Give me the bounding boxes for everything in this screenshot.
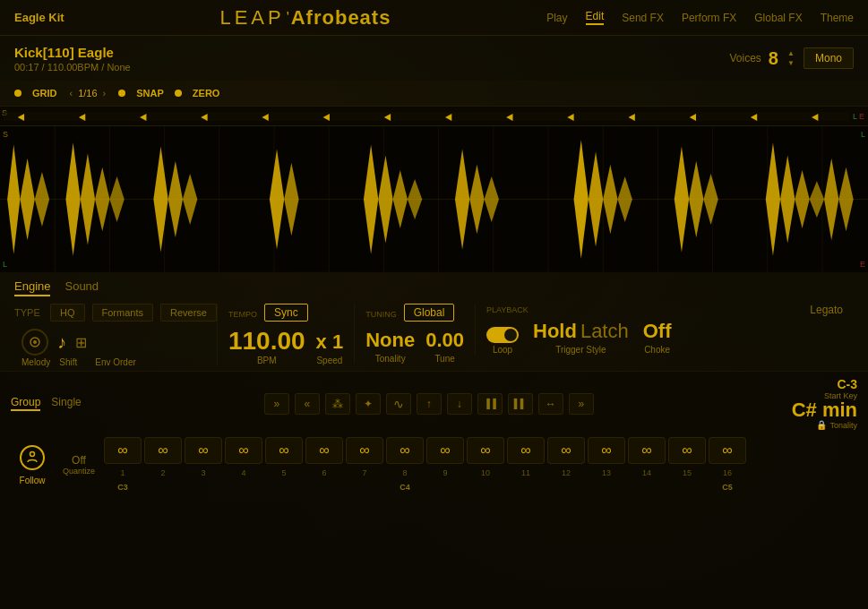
pad-9[interactable]: ∞ <box>426 437 464 464</box>
type-section: TYPE HQ Formants Reverse ♪ ⊞ Melody Shif… <box>14 304 217 367</box>
pad-11[interactable]: ∞ <box>507 437 545 464</box>
seq-btn-forward[interactable]: » <box>569 393 594 415</box>
waveform-main[interactable]: S L L E <box>0 126 868 272</box>
pad-8[interactable]: ∞ <box>386 437 424 464</box>
grid-value: 1/16 <box>78 88 97 99</box>
grid-next-btn[interactable]: › <box>101 88 108 99</box>
nav-theme[interactable]: Theme <box>821 12 854 24</box>
pad-num-7: 7 <box>346 466 383 478</box>
timeline-l-label: L <box>853 112 857 121</box>
seq-btn-split-left[interactable]: ▌▌ <box>508 393 533 415</box>
tab-single[interactable]: Single <box>51 396 81 411</box>
seq-btn-forward-double[interactable]: » <box>264 393 289 415</box>
voice-up-arrow[interactable]: ▲ <box>786 49 796 58</box>
instrument-key: None <box>107 62 130 73</box>
pad-num-13: 13 <box>588 466 625 478</box>
svg-marker-5 <box>323 114 330 121</box>
timeline-arrows-svg <box>4 113 849 121</box>
follow-quantize: Follow <box>11 445 54 485</box>
record-icon[interactable] <box>21 329 48 356</box>
playback-values: Loop Hold Latch Trigger Style Off Choke <box>486 320 843 355</box>
note-empty-14 <box>628 480 666 493</box>
formants-button[interactable]: Formants <box>92 304 153 322</box>
pad-6[interactable]: ∞ <box>305 437 343 464</box>
tempo-values: 110.00 BPM x 1 Speed <box>228 329 343 365</box>
seq-btn-back-double[interactable]: « <box>295 393 320 415</box>
tonality-key: C# min <box>792 400 857 420</box>
seq-btn-pattern[interactable]: ⁂ <box>325 393 350 415</box>
pad-10[interactable]: ∞ <box>467 437 504 464</box>
pad-15[interactable]: ∞ <box>668 437 706 464</box>
nav-perform-fx[interactable]: Perform FX <box>682 12 736 24</box>
nav-global-fx[interactable]: Global FX <box>754 12 802 24</box>
tempo-header: TEMPO Sync <box>228 304 343 325</box>
tab-group[interactable]: Group <box>11 396 40 411</box>
voice-down-arrow[interactable]: ▼ <box>786 59 796 68</box>
pad-2[interactable]: ∞ <box>144 437 182 464</box>
pad-3[interactable]: ∞ <box>185 437 222 464</box>
brand: LEAP ' Afrobeats <box>64 6 547 30</box>
pad-13[interactable]: ∞ <box>588 437 625 464</box>
nav-send-fx[interactable]: Send FX <box>622 12 664 24</box>
tonality-sublabel: Tonality <box>375 354 406 364</box>
music-icon[interactable]: ♪ <box>57 332 66 353</box>
seq-btn-curve[interactable]: ∿ <box>386 393 411 415</box>
bpm-sublabel: BPM <box>257 356 277 365</box>
nav-edit[interactable]: Edit <box>586 10 605 25</box>
zero-dot <box>175 90 182 97</box>
note-empty-4 <box>225 480 262 493</box>
note-empty-10 <box>467 480 504 493</box>
global-button[interactable]: Global <box>404 304 455 322</box>
choke-sublabel: Choke <box>644 345 670 355</box>
instrument-time: 00:17 <box>14 62 39 73</box>
pad-5[interactable]: ∞ <box>265 437 303 464</box>
timeline-track[interactable] <box>4 112 849 121</box>
hq-button[interactable]: HQ <box>50 304 85 322</box>
pad-1[interactable]: ∞ <box>104 437 142 464</box>
note-empty-6 <box>305 480 343 493</box>
reverse-button[interactable]: Reverse <box>160 304 217 322</box>
tempo-section: TEMPO Sync 110.00 BPM x 1 Speed <box>217 304 354 365</box>
loop-toggle[interactable] <box>486 327 519 343</box>
nav-items: Play Edit Send FX Perform FX Global FX T… <box>546 10 854 25</box>
pad-num-11: 11 <box>507 466 545 478</box>
follow-icon[interactable] <box>20 445 45 470</box>
grid-dot <box>14 90 21 97</box>
tab-sound[interactable]: Sound <box>64 279 99 296</box>
sync-button[interactable]: Sync <box>264 304 308 322</box>
quantize-label: Quantize <box>63 467 95 476</box>
nav-play[interactable]: Play <box>546 12 567 24</box>
grid-label: GRID <box>32 88 57 99</box>
env-order-label: Env Order <box>95 357 136 367</box>
voices-arrows[interactable]: ▲ ▼ <box>786 49 796 68</box>
speed-display: x 1 Speed <box>316 330 344 365</box>
legato-button[interactable]: Legato <box>810 304 843 316</box>
tonality-row: 🔒 Tonality <box>816 420 857 430</box>
grid-prev-btn[interactable]: ‹ <box>68 88 75 99</box>
seq-btn-scatter[interactable]: ✦ <box>356 393 381 415</box>
mono-button[interactable]: Mono <box>804 47 854 69</box>
start-key-value: C-3 <box>837 377 857 391</box>
pads-row: Follow Off Quantize ∞ ∞ ∞ ∞ ∞ ∞ ∞ ∞ ∞ <box>11 437 857 493</box>
pad-16[interactable]: ∞ <box>709 437 746 464</box>
timeline-mini[interactable]: S <box>0 107 868 126</box>
pad-14[interactable]: ∞ <box>628 437 666 464</box>
seq-btn-exchange[interactable]: ↔ <box>538 393 563 415</box>
note-c5: C5 <box>709 480 746 493</box>
pad-7[interactable]: ∞ <box>346 437 383 464</box>
pad-num-5: 5 <box>265 466 303 478</box>
seq-btn-down[interactable]: ↓ <box>447 393 472 415</box>
waveform-container[interactable]: S <box>0 106 868 271</box>
tab-engine[interactable]: Engine <box>14 279 50 296</box>
seq-btn-split-right[interactable]: ▐▐ <box>477 393 503 415</box>
shift-label: Shift <box>59 357 86 367</box>
engine-icons-labels: Melody Shift Env Order <box>14 357 217 367</box>
speed-value: x 1 <box>316 330 344 354</box>
voices-section: Voices 8 ▲ ▼ Mono <box>729 47 854 69</box>
quantize-section: Off Quantize <box>57 454 100 476</box>
pad-4[interactable]: ∞ <box>225 437 262 464</box>
seq-btn-up[interactable]: ↑ <box>417 393 442 415</box>
bars-icon[interactable]: ⊞ <box>75 334 87 351</box>
tonality-sub: Tonality <box>829 421 857 430</box>
pad-12[interactable]: ∞ <box>547 437 585 464</box>
